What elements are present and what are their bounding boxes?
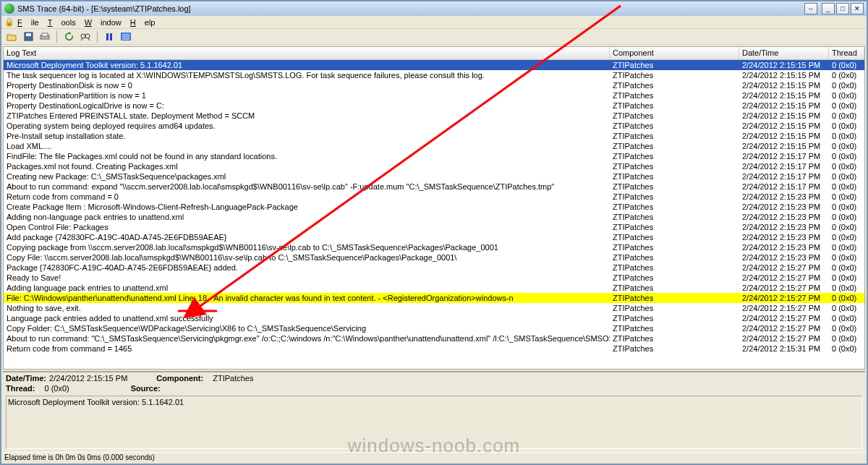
cell-datetime: 2/24/2012 2:15:15 PM [739,141,829,151]
cell-datetime: 2/24/2012 2:15:15 PM [739,121,829,131]
cell-thread: 0 (0x0) [829,333,864,344]
cell-component: ZTIPatches [610,252,739,263]
cell-component: ZTIPatches [610,182,739,192]
log-row[interactable]: Ready to Save!ZTIPatches2/24/2012 2:15:2… [4,273,864,283]
open-button[interactable] [4,30,19,43]
log-row[interactable]: Nothing to save, exit.ZTIPatches2/24/201… [4,303,864,313]
cell-text: Copy Folder: C:\_SMSTaskSequence\WDPacka… [4,323,610,333]
cell-text: Operating system being deployed requires… [4,121,610,131]
log-row[interactable]: Adding non-language pack entries to unat… [4,212,864,222]
cell-datetime: 2/24/2012 2:15:23 PM [739,202,829,212]
cell-component: ZTIPatches [610,212,739,222]
log-row[interactable]: Property DestinationPartition is now = 1… [4,90,864,101]
cell-text: ZTIPatches Entered PREINSTALL state. Dep… [4,111,610,121]
cell-datetime: 2/24/2012 2:15:31 PM [739,344,829,354]
log-row[interactable]: Operating system being deployed requires… [4,121,864,131]
log-row[interactable]: Property DestinationDisk is now = 0ZTIPa… [4,80,864,90]
log-rows[interactable]: Microsoft Deployment Toolkit version: 5.… [4,60,864,369]
cell-component: ZTIPatches [610,70,739,80]
log-row[interactable]: Language pack entries added to unattend.… [4,313,864,323]
log-row[interactable]: Copy File: \\sccm.server2008.lab.local\s… [4,252,864,263]
log-row[interactable]: Create Package Item : Microsoft-Windows-… [4,202,864,212]
log-row[interactable]: Return code from command = 1465ZTIPatche… [4,344,864,354]
col-header-datetime[interactable]: Date/Time [739,47,829,59]
titlebar[interactable]: SMS Trace (64-bit) - [E:\systeam\ZTIPatc… [1,1,867,16]
cell-text: Property DestinationPartition is now = 1 [4,90,610,101]
log-row[interactable]: Return code from command = 0ZTIPatches2/… [4,192,864,202]
cell-datetime: 2/24/2012 2:15:15 PM [739,131,829,141]
log-row[interactable]: Copying package from \\sccm.server2008.l… [4,242,864,252]
mdi-caption-buttons: ↔ [804,3,817,14]
cell-thread: 0 (0x0) [829,151,864,161]
cell-datetime: 2/24/2012 2:15:23 PM [739,232,829,242]
detail-source-label: Source: [131,384,161,393]
cell-component: ZTIPatches [610,111,739,121]
menu-help[interactable]: Help [130,18,156,27]
cell-datetime: 2/24/2012 2:15:23 PM [739,222,829,232]
log-row[interactable]: ZTIPatches Entered PREINSTALL state. Dep… [4,111,864,121]
log-row[interactable]: FindFile: The file Packages.xml could no… [4,151,864,161]
save-button[interactable] [21,30,35,43]
cell-thread: 0 (0x0) [829,232,864,242]
log-row[interactable]: Property DestinationLogicalDrive is now … [4,101,864,111]
cell-datetime: 2/24/2012 2:15:23 PM [739,192,829,202]
menu-window[interactable]: Window [85,18,122,27]
app-window: SMS Trace (64-bit) - [E:\systeam\ZTIPatc… [0,0,868,465]
highlight-button[interactable] [119,30,133,43]
cell-thread: 0 (0x0) [829,60,864,70]
log-row[interactable]: Package {742830FC-A19C-40AD-A745-2E6FDB5… [4,263,864,273]
log-row[interactable]: Adding language pack entries to unattend… [4,283,864,293]
log-row[interactable]: About to run command: "C:\_SMSTaskSequen… [4,333,864,344]
col-header-text[interactable]: Log Text [4,47,610,59]
menu-tools[interactable]: Tools [48,18,76,27]
svg-line-6 [81,38,82,40]
log-row[interactable]: Open Control File: PackagesZTIPatches2/2… [4,222,864,232]
col-header-thread[interactable]: Thread [829,47,864,59]
cell-thread: 0 (0x0) [829,192,864,202]
log-row[interactable]: Add package {742830FC-A19C-40AD-A745-2E6… [4,232,864,242]
detail-body[interactable]: Microsoft Deployment Toolkit version: 5.… [6,396,862,449]
cell-component: ZTIPatches [610,80,739,90]
find-button[interactable] [78,30,93,43]
cell-text: Ready to Save! [4,273,610,283]
detail-component-value: ZTIPatches [213,374,253,383]
log-row[interactable]: Pre-Install setup installation state.ZTI… [4,131,864,141]
cell-thread: 0 (0x0) [829,80,864,90]
cell-datetime: 2/24/2012 2:15:27 PM [739,273,829,283]
log-row[interactable]: Copy Folder: C:\_SMSTaskSequence\WDPacka… [4,323,864,333]
log-row[interactable]: Creating new Package: C:\_SMSTaskSequenc… [4,171,864,182]
cell-datetime: 2/24/2012 2:15:15 PM [739,60,829,70]
cell-datetime: 2/24/2012 2:15:27 PM [739,263,829,273]
cell-text: Open Control File: Packages [4,222,610,232]
refresh-button[interactable] [61,30,76,43]
mdi-restore-button[interactable]: ↔ [804,3,817,14]
svg-line-7 [88,38,90,40]
cell-text: Create Package Item : Microsoft-Windows-… [4,202,610,212]
log-row[interactable]: The task sequencer log is located at X:\… [4,70,864,80]
cell-text: Load XML.... [4,141,610,151]
cell-thread: 0 (0x0) [829,293,864,303]
cell-text: Packages.xml not found. Creating Package… [4,161,610,171]
log-row[interactable]: Microsoft Deployment Toolkit version: 5.… [4,60,864,70]
print-button[interactable] [38,30,52,43]
cell-text: FindFile: The file Packages.xml could no… [4,151,610,161]
minimize-button[interactable]: _ [822,3,835,14]
cell-text: Property DestinationLogicalDrive is now … [4,101,610,111]
pause-button[interactable] [102,30,116,43]
cell-datetime: 2/24/2012 2:15:27 PM [739,333,829,344]
close-button[interactable]: ✕ [851,3,864,14]
col-header-component[interactable]: Component [610,47,739,59]
cell-thread: 0 (0x0) [829,212,864,222]
log-row[interactable]: About to run command: expand "\\sccm.ser… [4,182,864,192]
column-headers: Log Text Component Date/Time Thread [4,47,864,60]
cell-thread: 0 (0x0) [829,323,864,333]
cell-component: ZTIPatches [610,263,739,273]
cell-thread: 0 (0x0) [829,90,864,101]
log-row[interactable]: Packages.xml not found. Creating Package… [4,161,864,171]
maximize-button[interactable]: □ [836,3,849,14]
log-row[interactable]: File: C:\Windows\panther\unattend\unatte… [4,293,864,303]
cell-datetime: 2/24/2012 2:15:27 PM [739,323,829,333]
log-row[interactable]: Load XML....ZTIPatches2/24/2012 2:15:15 … [4,141,864,151]
menu-file[interactable]: FFileile [17,18,39,27]
cell-thread: 0 (0x0) [829,344,864,354]
